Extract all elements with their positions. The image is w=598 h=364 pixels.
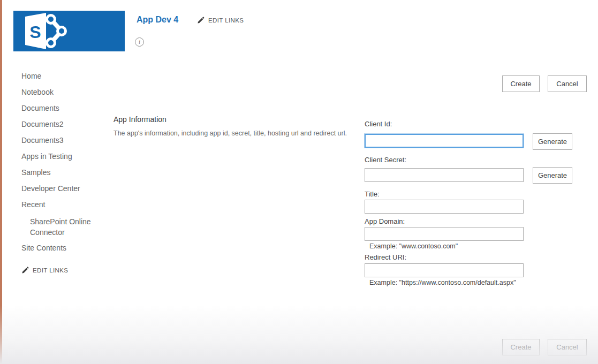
sidebar-nav: Home Notebook Documents Documents2 Docum… [21, 70, 102, 257]
redirect-uri-input[interactable] [365, 263, 524, 277]
cancel-button-top[interactable]: Cancel [548, 75, 587, 92]
sidebar-item-sharepoint-online-connector[interactable]: SharePoint Online Connector [21, 214, 100, 240]
redirect-uri-example: Example: "https://www.contoso.com/defaul… [369, 279, 516, 286]
sidebar-item-notebook[interactable]: Notebook [21, 86, 102, 102]
app-domain-label: App Domain: [365, 217, 405, 225]
section-title: App Information [113, 115, 166, 124]
sidebar-item-site-contents[interactable]: Site Contents [21, 241, 102, 257]
sidebar-item-documents2[interactable]: Documents2 [21, 118, 102, 134]
client-secret-input[interactable] [365, 168, 524, 182]
generate-client-secret-button[interactable]: Generate [533, 167, 572, 184]
svg-text:S: S [29, 22, 41, 42]
sidebar-item-recent[interactable]: Recent [21, 198, 102, 214]
client-id-label: Client Id: [365, 120, 392, 128]
section-description: The app's information, including app id,… [113, 130, 370, 137]
title-label: Title: [365, 190, 380, 198]
title-input[interactable] [365, 200, 524, 214]
sidebar-edit-links-label: EDIT LINKS [33, 267, 68, 274]
app-registration-page: S App Dev 4 EDIT LINKS i Home Notebook D… [0, 0, 598, 364]
create-button-top[interactable]: Create [502, 75, 540, 92]
create-button-bottom[interactable]: Create [502, 339, 540, 355]
cancel-button-bottom[interactable]: Cancel [548, 339, 587, 355]
sidebar-item-documents3[interactable]: Documents3 [21, 134, 102, 150]
sharepoint-logo[interactable]: S [13, 11, 125, 51]
sidebar-item-documents[interactable]: Documents [21, 102, 102, 118]
generate-client-id-button[interactable]: Generate [533, 133, 572, 150]
info-icon[interactable]: i [135, 37, 144, 47]
left-accent-strip [0, 0, 2, 364]
sidebar-edit-links[interactable]: EDIT LINKS [21, 267, 68, 274]
sidebar-item-home[interactable]: Home [21, 70, 102, 86]
sidebar-item-apps-in-testing[interactable]: Apps in Testing [21, 150, 102, 166]
app-domain-input[interactable] [365, 227, 524, 241]
sharepoint-logo-icon: S [13, 11, 125, 51]
header-edit-links-label: EDIT LINKS [208, 17, 244, 24]
sidebar-item-developer-center[interactable]: Developer Center [21, 182, 102, 198]
site-title[interactable]: App Dev 4 [137, 15, 178, 25]
app-domain-example: Example: "www.contoso.com" [369, 242, 458, 250]
pencil-icon [21, 267, 29, 274]
client-secret-label: Client Secret: [365, 156, 406, 164]
pencil-icon [197, 17, 205, 24]
redirect-uri-label: Redirect URI: [365, 253, 406, 261]
client-id-input[interactable] [365, 134, 524, 148]
sidebar-item-samples[interactable]: Samples [21, 166, 102, 182]
header-edit-links[interactable]: EDIT LINKS [197, 17, 244, 24]
